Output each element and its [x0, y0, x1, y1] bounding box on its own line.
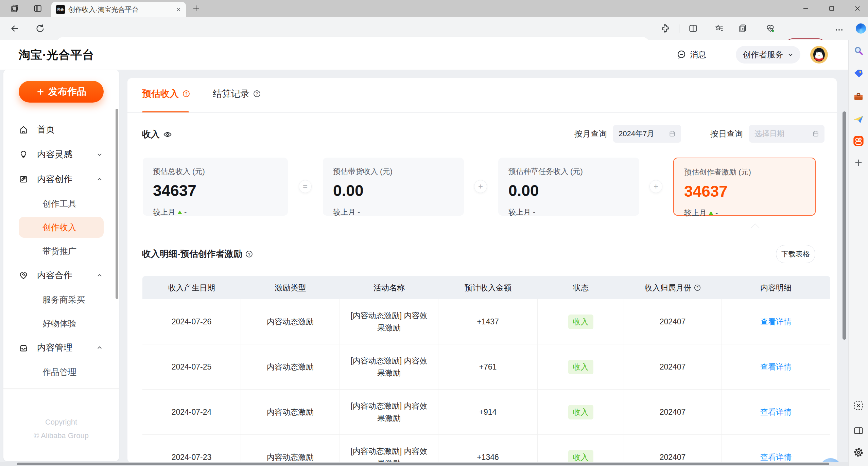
sidebar-item-cooperation[interactable]: 内容合作 — [3, 263, 119, 288]
cell-month: 202407 — [624, 435, 722, 463]
window-maximize-button[interactable] — [827, 3, 837, 14]
card-value: 0.00 — [508, 181, 629, 200]
page-vertical-scrollbar[interactable] — [843, 111, 846, 340]
card-compare: 较上月- — [153, 207, 278, 217]
status-badge: 收入 — [568, 315, 593, 329]
chevron-down-icon — [787, 52, 794, 58]
sidebar-search-icon[interactable] — [853, 45, 864, 56]
plus-operator: + — [474, 180, 487, 193]
sidebar-item-creation[interactable]: 内容创作 — [3, 167, 119, 192]
income-table: 收入产生日期 激励类型 活动名称 预计收入金额 状态 收入归属月份 ? 内容明细… — [142, 276, 830, 463]
col-date: 收入产生日期 — [142, 276, 241, 299]
table-row: 2024-07-24 内容动态激励 [内容动态激励] 内容效果激励 +914 收… — [142, 390, 830, 435]
split-screen-icon[interactable] — [689, 24, 698, 33]
sidebar-item-inspiration[interactable]: 内容灵感 — [3, 142, 119, 167]
sidebar-menu: 首页 内容灵感 内容创作 — [3, 117, 119, 384]
help-icon[interactable]: ? — [694, 284, 701, 291]
sidebar-item-goods-experience[interactable]: 好物体验 — [3, 311, 119, 335]
sidebar-add-icon[interactable] — [854, 158, 863, 167]
tab-title: 创作收入·淘宝光合平台 — [68, 5, 172, 14]
toolbar-divider — [679, 24, 679, 33]
cell-activity: [内容动态激励] 内容效果激励 — [340, 344, 438, 389]
settings-more-icon[interactable] — [834, 25, 844, 35]
cell-month: 202407 — [624, 390, 722, 434]
message-icon — [676, 50, 687, 60]
workspaces-icon[interactable] — [10, 4, 19, 13]
window-minimize-button[interactable] — [801, 3, 811, 14]
cell-status: 收入 — [538, 299, 624, 344]
day-picker[interactable]: 选择日期 — [749, 125, 824, 143]
cell-status: 收入 — [538, 435, 624, 463]
card-compare: 较上月- — [684, 208, 805, 218]
collections-icon[interactable] — [738, 24, 747, 33]
cell-detail: 查看详情 — [722, 299, 830, 344]
new-tab-icon[interactable] — [192, 4, 200, 12]
sidebar-item-creation-income[interactable]: 创作收入 — [3, 215, 119, 239]
view-details-link[interactable]: 查看详情 — [760, 317, 792, 327]
chevron-up-icon — [97, 345, 103, 351]
content-card: 预估收入 ? 结算记录 ? 收入 — [127, 78, 837, 463]
help-icon[interactable]: ? — [253, 90, 261, 98]
user-avatar[interactable] — [810, 46, 828, 64]
sidebar-shopping-icon[interactable] — [853, 68, 864, 79]
browser-essentials-icon[interactable] — [766, 24, 775, 33]
bulb-icon — [19, 150, 28, 159]
cell-status: 收入 — [538, 344, 624, 389]
sidebar-item-creation-tools[interactable]: 创作工具 — [3, 192, 119, 215]
favorites-bar-icon[interactable] — [715, 24, 724, 33]
tab-close-icon[interactable] — [176, 7, 181, 12]
month-picker[interactable]: 2024年7月 — [613, 125, 681, 143]
refresh-icon[interactable] — [35, 24, 45, 33]
tab-settlement-records[interactable]: 结算记录 ? — [213, 88, 261, 100]
view-details-link[interactable]: 查看详情 — [760, 452, 792, 463]
eye-icon[interactable] — [163, 130, 172, 139]
sidebar-tools-icon[interactable] — [853, 91, 864, 102]
back-icon[interactable] — [10, 24, 20, 33]
sidebar-item-label: 带货推广 — [42, 246, 76, 257]
help-icon[interactable]: ? — [245, 250, 253, 258]
sidebar-item-home[interactable]: 首页 — [3, 117, 119, 142]
card-seeding-income[interactable]: 预估种草任务收入 (元) 0.00 较上月- — [498, 158, 639, 216]
status-badge: 收入 — [568, 450, 593, 463]
view-details-link[interactable]: 查看详情 — [760, 362, 792, 372]
sidebar-toggle-icon[interactable] — [853, 426, 864, 436]
browser-tab[interactable]: 光合 创作收入·淘宝光合平台 — [51, 2, 186, 17]
extensions-icon[interactable] — [661, 24, 670, 33]
cell-amount: +914 — [438, 390, 538, 434]
card-creator-incentive[interactable]: 预估创作者激励 (元) 34637 较上月- — [673, 158, 816, 216]
sidebar-item-label: 内容合作 — [37, 269, 72, 281]
view-details-link[interactable]: 查看详情 — [760, 407, 792, 417]
messages-button[interactable]: 消息 — [676, 47, 706, 62]
copyright: Copyright © Alibaba Group — [3, 415, 119, 443]
vertical-tabs-icon[interactable] — [33, 4, 42, 13]
site-logo: 淘宝·光合平台 — [19, 47, 94, 63]
cell-amount: +1346 — [438, 435, 538, 463]
sidebar-item-label: 好物体验 — [42, 318, 76, 329]
window-close-button[interactable] — [852, 3, 863, 14]
card-value: 34637 — [684, 182, 805, 200]
day-query: 按日查询 选择日期 — [710, 125, 824, 143]
sidebar-scrollbar[interactable] — [116, 109, 118, 299]
sidebar-kuaishou-icon[interactable] — [853, 136, 864, 146]
status-badge: 收入 — [568, 405, 593, 419]
cell-type: 内容动态激励 — [241, 390, 340, 434]
download-table-button[interactable]: 下载表格 — [776, 245, 815, 263]
sidebar-item-service-purchase[interactable]: 服务商采买 — [3, 288, 119, 311]
settings-gear-icon[interactable] — [853, 447, 864, 458]
page-horizontal-scrollbar[interactable] — [17, 463, 829, 465]
sidebar-send-icon[interactable] — [853, 114, 864, 125]
screenshot-icon[interactable] — [853, 400, 864, 411]
sidebar-item-management[interactable]: 内容管理 — [3, 335, 119, 360]
cell-date: 2024-07-25 — [142, 344, 241, 389]
tab-estimated-income[interactable]: 预估收入 ? — [142, 88, 190, 100]
copilot-icon[interactable] — [856, 23, 866, 34]
card-goods-income[interactable]: 预估带货收入 (元) 0.00 较上月- — [323, 158, 464, 216]
cell-date: 2024-07-26 — [142, 299, 241, 344]
help-icon[interactable]: ? — [182, 90, 190, 98]
card-total-income[interactable]: 预估总收入 (元) 34637 较上月- — [143, 158, 288, 216]
sidebar-item-works-management[interactable]: 作品管理 — [3, 360, 119, 384]
cell-date: 2024-07-24 — [142, 390, 241, 434]
creator-service-dropdown[interactable]: 创作者服务 — [736, 46, 800, 64]
publish-button[interactable]: 发布作品 — [19, 81, 104, 103]
sidebar-item-promotion[interactable]: 带货推广 — [3, 239, 119, 263]
